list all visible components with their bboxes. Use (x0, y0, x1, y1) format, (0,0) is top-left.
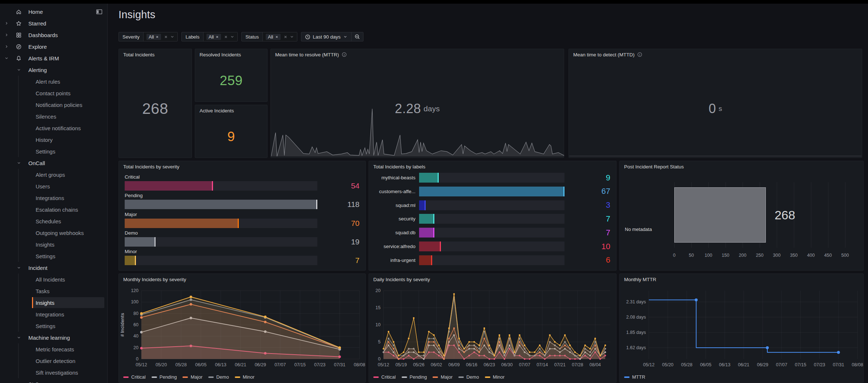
sidebar-item-alerting[interactable]: Alerting (0, 64, 107, 76)
legend-item-major[interactable]: Major (433, 374, 453, 380)
panel-title[interactable]: Total Incidents by labels (369, 161, 616, 172)
sidebar-item-slo[interactable]: SLO (0, 378, 107, 383)
sidebar-item-users[interactable]: Users (0, 180, 107, 192)
panel-title[interactable]: Post Incident Report Status (620, 161, 863, 172)
monthly-mttr-chart: 2.31 days2.08 days1.85 days1.62 days05/1… (620, 285, 863, 382)
sidebar-item-settings[interactable]: Settings (0, 145, 107, 157)
sidebar-item-alert-groups[interactable]: Alert groups (0, 169, 107, 180)
bar-gauge-row: squad:db7 (375, 228, 610, 238)
sidebar-item-label: Integrations (36, 311, 64, 318)
sidebar-item-tasks[interactable]: Tasks (0, 285, 107, 297)
panel-title[interactable]: Active Incidents (195, 105, 267, 116)
legend-item-demo[interactable]: Demo (208, 374, 229, 380)
panel-title[interactable]: Monthly MTTR (620, 274, 863, 285)
bar-gauge-label: customers-affe... (375, 189, 415, 194)
legend-item-demo[interactable]: Demo (458, 374, 479, 380)
panel-title[interactable]: Total Incidents (119, 49, 192, 60)
info-icon[interactable] (637, 52, 642, 57)
main-content: Insights Severity All Labels All (108, 4, 868, 383)
sidebar-item-integrations[interactable]: Integrations (0, 192, 107, 204)
info-icon[interactable] (342, 52, 347, 57)
sidebar-item-home[interactable]: Home (0, 6, 107, 17)
sidebar-item-dashboards[interactable]: Dashboards (0, 29, 107, 41)
svg-text:1.85 days: 1.85 days (626, 330, 646, 335)
chevron-down-icon[interactable] (230, 35, 234, 39)
chevron-down-icon (4, 55, 9, 61)
chevron-down-icon[interactable] (290, 35, 294, 39)
zoom-out-button[interactable] (351, 32, 363, 41)
sidebar-item-machine-learning[interactable]: Machine learning (0, 332, 107, 343)
svg-text:15: 15 (375, 305, 381, 310)
panel-title[interactable]: Resolved Incidents (195, 49, 267, 60)
chevron-right-icon (4, 21, 9, 25)
panel-title[interactable]: Total Incidents by severity (119, 161, 365, 172)
sidebar-item-sift-investigations[interactable]: Sift investigations (0, 367, 107, 378)
legend-item-major[interactable]: Major (182, 374, 202, 380)
sidebar-item-outlier-detection[interactable]: Outlier detection (0, 355, 107, 367)
time-range-button[interactable]: Last 90 days (301, 32, 351, 41)
sidebar-item-contact-points[interactable]: Contact points (0, 87, 107, 99)
sidebar-item-outgoing-webhooks[interactable]: Outgoing webhooks (0, 227, 107, 239)
sidebar-item-all-incidents[interactable]: All Incidents (0, 274, 107, 285)
clear-filter-icon[interactable] (284, 35, 288, 39)
legend-item-critical[interactable]: Critical (123, 374, 146, 380)
bar-gauge-label: security (375, 216, 415, 222)
sidebar-item-alert-rules[interactable]: Alert rules (0, 76, 107, 87)
filter-status[interactable]: Status All (241, 32, 297, 41)
dashboard-filters: Severity All Labels All (118, 32, 363, 41)
sidebar-item-history[interactable]: History (0, 134, 107, 145)
x-tick-label: 150 (722, 253, 730, 258)
zoom-out-icon (354, 34, 360, 40)
filter-severity-chip[interactable]: All (146, 34, 161, 40)
chevron-right-icon (4, 33, 9, 37)
legend-item-minor[interactable]: Minor (235, 374, 255, 380)
filter-labels[interactable]: Labels All (181, 32, 238, 41)
sidebar-item-integrations[interactable]: Integrations (0, 308, 107, 320)
sidebar-item-label: Alerting (28, 67, 47, 73)
legend-label: Pending (160, 374, 177, 380)
clear-filter-icon[interactable] (224, 35, 228, 39)
filter-status-chip[interactable]: All (266, 34, 280, 40)
sidebar-item-alerts-irm[interactable]: Alerts & IRM (0, 52, 107, 64)
bar-gauge-track (125, 219, 317, 228)
sidebar-item-incident[interactable]: Incident (0, 262, 107, 274)
legend-item-mttr[interactable]: MTTR (624, 374, 645, 380)
panel-title[interactable]: Monthly Incidents by severity (119, 274, 365, 285)
svg-text:07/14: 07/14 (537, 362, 548, 367)
svg-text:10: 10 (375, 322, 381, 327)
chevron-down-icon (4, 56, 9, 60)
legend-item-minor[interactable]: Minor (485, 374, 505, 380)
legend-item-pending[interactable]: Pending (152, 374, 177, 380)
sidebar-item-insights[interactable]: Insights (0, 297, 107, 308)
mttd-flatline (569, 155, 861, 157)
filter-severity[interactable]: Severity All (118, 32, 178, 41)
post-category-label: No metadata (625, 227, 652, 232)
svg-text:40: 40 (133, 334, 138, 339)
sidebar-item-starred[interactable]: Starred (0, 17, 107, 29)
bar-gauge-fill (125, 219, 239, 228)
sidebar-item-label: Alerts & IRM (28, 55, 59, 61)
bar-gauge-fill (125, 200, 317, 209)
chevron-down-icon[interactable] (170, 35, 174, 39)
panel-title[interactable]: Daily Incidents by severity (369, 274, 616, 285)
bar-gauge-fill (125, 256, 136, 265)
sidebar-item-schedules[interactable]: Schedules (0, 215, 107, 227)
sidebar-item-escalation-chains[interactable]: Escalation chains (0, 204, 107, 215)
sidebar-item-notification-policies[interactable]: Notification policies (0, 99, 107, 111)
sidebar-item-explore[interactable]: Explore (0, 41, 107, 52)
legend-item-critical[interactable]: Critical (373, 374, 396, 380)
legend-item-pending[interactable]: Pending (402, 374, 427, 380)
sidebar-item-insights[interactable]: Insights (0, 239, 107, 250)
filter-labels-chip[interactable]: All (206, 34, 221, 40)
sidebar-item-metric-forecasts[interactable]: Metric forecasts (0, 343, 107, 355)
sidebar-item-active-notifications[interactable]: Active notifications (0, 122, 107, 134)
sidebar-item-silences[interactable]: Silences (0, 111, 107, 122)
resolved-incidents-value: 259 (220, 73, 242, 88)
sidebar-item-settings[interactable]: Settings (0, 250, 107, 262)
bar-gauge-value: 118 (317, 200, 359, 209)
sidebar-item-settings[interactable]: Settings (0, 320, 107, 332)
dock-icon[interactable] (96, 9, 102, 15)
bar-gauge-fill (419, 200, 426, 210)
sidebar-item-oncall[interactable]: OnCall (0, 157, 107, 169)
clear-filter-icon[interactable] (164, 35, 168, 39)
